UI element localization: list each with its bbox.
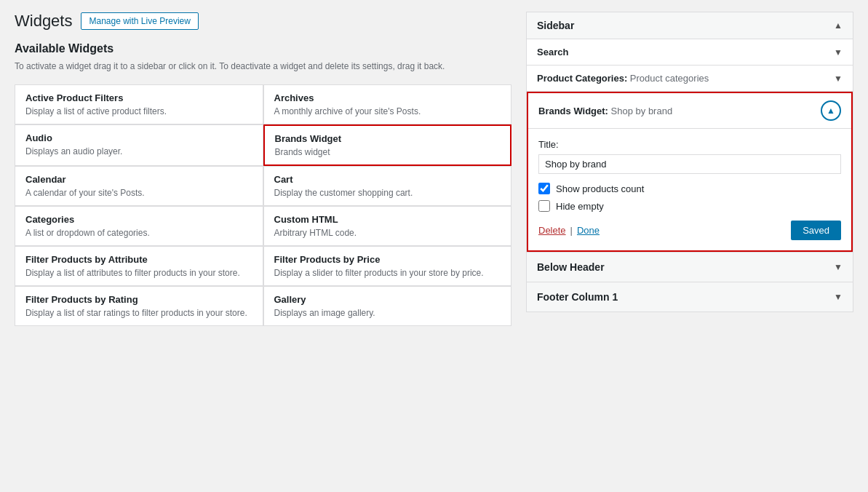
widget-item-filter-products-by-attribute[interactable]: Filter Products by AttributeDisplay a li… <box>15 246 263 286</box>
page-title: Widgets <box>15 12 72 31</box>
widget-item-name: Archives <box>274 92 501 103</box>
below-header-title: Below Header <box>537 261 605 273</box>
widget-item-desc: A monthly archive of your site's Posts. <box>274 106 501 116</box>
widget-item-name: Brands Widget <box>275 133 501 144</box>
widget-item-active-product-filters[interactable]: Active Product FiltersDisplay a list of … <box>15 84 263 124</box>
hide-empty-row: Hide empty <box>538 200 841 212</box>
sidebar-product-categories-widget[interactable]: Product Categories: Product categories ▼ <box>527 66 853 92</box>
widget-item-name: Calendar <box>25 174 252 185</box>
widget-item-custom-html[interactable]: Custom HTMLArbitrary HTML code. <box>263 206 512 246</box>
brands-widget-done-button[interactable]: Done <box>577 225 600 236</box>
widget-item-desc: Arbitrary HTML code. <box>274 228 501 238</box>
brands-widget-links: Delete | Done <box>538 225 600 236</box>
sidebar-product-categories-label: Product Categories: Product categories <box>537 73 709 84</box>
brands-widget-collapse-button[interactable]: ▲ <box>821 100 841 121</box>
widget-item-name: Active Product Filters <box>25 92 252 103</box>
widget-item-categories[interactable]: CategoriesA list or dropdown of categori… <box>15 206 263 246</box>
brands-widget-header[interactable]: Brands Widget: Shop by brand ▲ <box>528 93 851 129</box>
sidebar-title: Sidebar <box>537 20 574 31</box>
brands-widget-header-title: Brands Widget: Shop by brand <box>538 106 672 116</box>
brands-widget-actions: Delete | Done Saved <box>538 221 841 240</box>
brands-widget-expanded: Brands Widget: Shop by brand ▲ Title: Sh… <box>527 92 853 252</box>
hide-empty-checkbox[interactable] <box>538 200 550 212</box>
footer-column-1-arrow-icon: ▼ <box>834 292 843 302</box>
widget-item-name: Gallery <box>274 294 501 305</box>
widget-item-cart[interactable]: CartDisplay the customer shopping cart. <box>263 166 512 206</box>
widget-item-name: Filter Products by Attribute <box>25 254 252 265</box>
widget-item-desc: A list or dropdown of categories. <box>25 228 252 238</box>
below-header-section[interactable]: Below Header ▼ <box>527 252 853 282</box>
brands-widget-saved-button[interactable]: Saved <box>791 221 841 240</box>
search-widget-arrow-icon: ▼ <box>834 47 843 57</box>
title-field-label: Title: <box>538 139 841 150</box>
show-products-count-label: Show products count <box>556 183 644 194</box>
product-categories-widget-arrow-icon: ▼ <box>834 74 843 84</box>
link-separator: | <box>570 225 573 236</box>
footer-column-1-title: Footer Column 1 <box>537 291 618 303</box>
widget-item-desc: Display a list of attributes to filter p… <box>25 268 252 278</box>
widget-item-desc: Display a list of star ratings to filter… <box>25 308 252 318</box>
widget-item-desc: A calendar of your site's Posts. <box>25 188 252 198</box>
widget-item-desc: Displays an image gallery. <box>274 308 501 318</box>
widget-item-name: Categories <box>25 214 252 225</box>
widget-item-desc: Display the customer shopping cart. <box>274 188 501 198</box>
below-header-arrow-icon: ▼ <box>834 262 843 272</box>
sidebar-header[interactable]: Sidebar ▲ <box>527 12 853 39</box>
widget-item-name: Filter Products by Price <box>274 254 501 265</box>
widget-item-calendar[interactable]: CalendarA calendar of your site's Posts. <box>15 166 263 206</box>
available-widgets-description: To activate a widget drag it to a sideba… <box>15 60 511 73</box>
show-products-count-checkbox[interactable] <box>538 183 550 194</box>
widget-item-name: Custom HTML <box>274 214 501 225</box>
widget-item-desc: Displays an audio player. <box>25 146 252 156</box>
sidebar-panel: Sidebar ▲ Search ▼ Product Categories: P… <box>526 12 853 312</box>
widget-item-desc: Display a list of active product filters… <box>25 106 252 116</box>
widget-item-desc: Brands widget <box>275 147 501 157</box>
widget-item-desc: Display a slider to filter products in y… <box>274 268 501 278</box>
sidebar-search-widget[interactable]: Search ▼ <box>527 39 853 66</box>
widget-item-brands-widget[interactable]: Brands WidgetBrands widget <box>263 124 512 166</box>
brands-widget-body: Title: Show products count Hide empty De… <box>528 129 851 250</box>
manage-live-preview-button[interactable]: Manage with Live Preview <box>81 12 198 30</box>
widget-item-audio[interactable]: AudioDisplays an audio player. <box>15 124 263 166</box>
available-widgets-title: Available Widgets <box>15 42 511 55</box>
widget-item-filter-products-by-rating[interactable]: Filter Products by RatingDisplay a list … <box>15 286 263 326</box>
sidebar-search-label: Search <box>537 47 568 57</box>
widget-item-archives[interactable]: ArchivesA monthly archive of your site's… <box>263 84 512 124</box>
widget-item-filter-products-by-price[interactable]: Filter Products by PriceDisplay a slider… <box>263 246 512 286</box>
hide-empty-label: Hide empty <box>556 201 604 212</box>
show-products-count-row: Show products count <box>538 183 841 194</box>
footer-column-1-section[interactable]: Footer Column 1 ▼ <box>527 282 853 312</box>
brands-widget-title-input[interactable] <box>538 154 841 174</box>
sidebar-collapse-icon: ▲ <box>834 20 843 31</box>
widget-item-name: Audio <box>25 132 252 143</box>
widget-item-name: Cart <box>274 174 501 185</box>
widget-grid: Active Product FiltersDisplay a list of … <box>15 84 511 326</box>
widget-item-name: Filter Products by Rating <box>25 294 252 305</box>
brands-widget-delete-button[interactable]: Delete <box>538 225 566 236</box>
widget-item-gallery[interactable]: GalleryDisplays an image gallery. <box>263 286 512 326</box>
